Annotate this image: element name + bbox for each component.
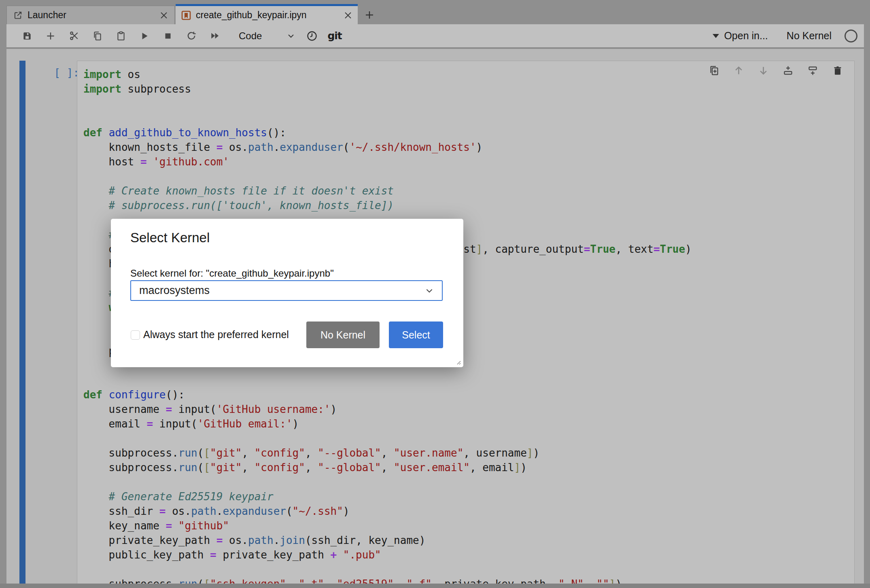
kernel-select[interactable]: macrosystems [130, 280, 443, 301]
select-button[interactable]: Select [389, 321, 443, 348]
always-start-checkbox[interactable] [131, 330, 140, 340]
no-kernel-button[interactable]: No Kernel [306, 321, 380, 348]
jupyterlab-window: Launcher create_github_keypair.ipyn [0, 0, 870, 588]
kernel-select-value: macrosystems [139, 284, 425, 297]
always-start-checkbox-label: Always start the preferred kernel [143, 329, 289, 341]
dialog-body-label: Select kernel for: "create_github_keypai… [130, 268, 334, 279]
dialog-title: Select Kernel [130, 230, 210, 245]
resize-handle-icon[interactable] [455, 359, 461, 365]
select-kernel-dialog: Select Kernel Select kernel for: "create… [111, 219, 463, 367]
chevron-down-icon [425, 286, 434, 295]
